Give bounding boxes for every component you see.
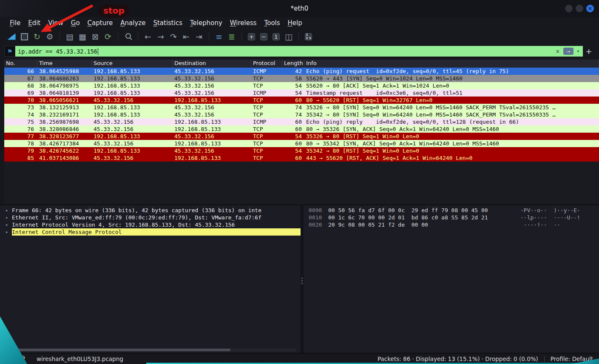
packet-row[interactable]: 8541.03714308645.33.32.156192.168.85.133… [4, 154, 599, 162]
cell-dst: 192.168.85.133 [173, 118, 251, 125]
filter-text: ip.addr == 45.33.32.156 [18, 48, 97, 55]
close-file-icon[interactable]: ⊠ [89, 31, 102, 42]
column-header-no[interactable]: No. [4, 60, 37, 68]
go-back-icon[interactable]: ← [142, 31, 154, 42]
hex-row[interactable]: 001000 1c 6c 70 00 00 2d 01 bd 86 c0 a8 … [304, 214, 599, 221]
packet-row[interactable]: 7038.06505662145.33.32.156192.168.85.133… [4, 97, 599, 104]
close-button[interactable]: × [586, 5, 594, 12]
menu-go[interactable]: Go [67, 18, 84, 28]
resize-columns-icon[interactable]: ◫ [282, 31, 295, 42]
zoom-in-icon[interactable]: + [248, 33, 255, 40]
open-file-icon[interactable]: ▤ [63, 31, 76, 42]
cell-time: 38.426745622 [37, 147, 92, 154]
menu-analyze[interactable]: Analyze [116, 18, 149, 28]
cell-time: 38.064686263 [37, 75, 92, 82]
menu-telephony[interactable]: Telephony [186, 18, 226, 28]
maximize-button[interactable] [576, 5, 583, 12]
menubar: FileEditViewGoCaptureAnalyzeStatisticsTe… [0, 17, 599, 29]
bookmark-icon: ⚑ [7, 48, 13, 55]
expand-arrow-icon[interactable]: ▸ [6, 207, 12, 214]
profile-label[interactable]: Profile: Default [551, 355, 593, 362]
menu-wireless[interactable]: Wireless [226, 18, 261, 28]
go-first-icon[interactable]: ⇤ [180, 31, 193, 42]
packet-row[interactable]: 7538.25698769845.33.32.156192.168.85.133… [4, 118, 599, 125]
cell-proto: TCP [251, 125, 282, 133]
zoom-out-icon[interactable]: − [260, 33, 267, 40]
detail-line[interactable]: ▸Internet Control Message Protocol [0, 228, 301, 236]
expert-info-icon[interactable] [8, 356, 13, 361]
expand-arrow-icon[interactable]: ▸ [6, 228, 12, 236]
detail-text: Ethernet II, Src: VMware_ed:ff:79 (00:0c… [12, 214, 301, 221]
cell-len: 74 [282, 104, 304, 111]
cell-no: 67 [4, 75, 37, 82]
packet-row[interactable]: 6838.064798975192.168.85.13345.33.32.156… [4, 82, 599, 89]
detail-line[interactable]: ▸Frame 66: 42 bytes on wire (336 bits), … [0, 207, 301, 214]
reload-file-icon[interactable]: ⟳ [102, 31, 114, 42]
pane-splitter[interactable] [301, 205, 304, 353]
packet-row[interactable]: 6638.064525988192.168.85.13345.33.32.156… [4, 68, 599, 75]
menu-help[interactable]: Help [284, 18, 306, 28]
columns-123-icon[interactable]: 1 2 3 [305, 33, 312, 40]
detail-line[interactable]: ▸Ethernet II, Src: VMware_ed:ff:79 (00:0… [0, 214, 301, 221]
menu-statistics[interactable]: Statistics [149, 18, 186, 28]
packet-row[interactable]: 7338.132125913192.168.85.13345.33.32.156… [4, 104, 599, 111]
colorize-icon[interactable]: ≣ [225, 31, 238, 42]
detail-line[interactable]: ▸Internet Protocol Version 4, Src: 192.1… [0, 221, 301, 228]
cell-len: 60 [282, 140, 304, 147]
packet-row[interactable]: 7938.426745622192.168.85.13345.33.32.156… [4, 147, 599, 154]
cell-info: 35326 → 80 [RST] Seq=1 Win=0 Len=0 [304, 133, 599, 140]
filter-apply-button[interactable]: → [563, 48, 573, 55]
column-header-time[interactable]: Time [37, 60, 92, 68]
expand-arrow-icon[interactable]: ▸ [6, 214, 12, 221]
packet-row[interactable]: 7638.32808684645.33.32.156192.168.85.133… [4, 125, 599, 133]
go-last-icon[interactable]: ⇥ [193, 31, 205, 42]
column-header-info[interactable]: Info [304, 60, 599, 68]
capture-comment-icon[interactable] [19, 355, 26, 362]
find-packet-icon[interactable] [122, 31, 134, 42]
save-file-icon[interactable]: ▦ [76, 31, 89, 42]
stop-capture-icon[interactable] [18, 31, 31, 42]
column-header-protocol[interactable]: Protocol [251, 60, 282, 68]
cell-src: 192.168.85.133 [92, 68, 173, 75]
packet-row[interactable]: 6938.064818139192.168.85.13345.33.32.156… [4, 89, 599, 97]
menu-file[interactable]: File [6, 18, 24, 28]
filter-clear-icon[interactable]: × [556, 48, 559, 55]
menu-edit[interactable]: Edit [24, 18, 44, 28]
cell-info: Echo (ping) reply id=0xf2de, seq=0/0, tt… [304, 118, 599, 125]
start-capture-icon[interactable] [5, 31, 18, 42]
cell-src: 45.33.32.156 [92, 118, 173, 125]
titlebar[interactable]: *eth0 × [0, 0, 599, 17]
column-header-source[interactable]: Source [92, 60, 173, 68]
hex-row[interactable]: 000000 50 56 fa d7 6f 00 0c 29 ed ff 79 … [304, 207, 599, 214]
statusbar-right: Packets: 86 · Displayed: 13 (15.1%) · Dr… [378, 355, 593, 362]
cell-proto: TCP [251, 82, 282, 89]
hex-row[interactable]: 002020 9c 08 00 05 21 f2 de 00 00 ····!·… [304, 221, 599, 228]
capture-options-icon[interactable]: ⚙ [43, 31, 56, 42]
packet-row[interactable]: 6738.064686263192.168.85.13345.33.32.156… [4, 75, 599, 82]
cell-len: 60 [282, 125, 304, 133]
cell-proto: ICMP [251, 89, 282, 97]
filter-bookmark-button[interactable]: ⚑ [4, 46, 15, 57]
menu-tools[interactable]: Tools [261, 18, 284, 28]
go-to-packet-icon[interactable]: ↷ [167, 31, 180, 42]
display-filter-input[interactable]: ip.addr == 45.33.32.156 × → ▾ [15, 46, 583, 57]
filter-dropdown-icon[interactable]: ▾ [576, 48, 579, 54]
menu-capture[interactable]: Capture [84, 18, 117, 28]
scrollbar-thumb[interactable] [7, 349, 230, 351]
minimize-button[interactable] [565, 5, 573, 12]
hex-offset: 0010 [309, 214, 328, 221]
menu-view[interactable]: View [44, 18, 67, 28]
cell-dst: 45.33.32.156 [173, 89, 251, 97]
column-header-length[interactable]: Length [282, 60, 304, 68]
packet-row[interactable]: 7738.328123677192.168.85.13345.33.32.156… [4, 133, 599, 140]
auto-scroll-icon[interactable]: ≡ [213, 31, 225, 42]
details-horizontal-scrollbar[interactable] [6, 348, 296, 352]
go-forward-icon[interactable]: → [154, 31, 167, 42]
packet-row[interactable]: 7838.42671738445.33.32.156192.168.85.133… [4, 140, 599, 147]
restart-capture-icon[interactable]: ↻ [31, 31, 43, 42]
zoom-100-icon[interactable]: 1 [273, 33, 280, 40]
expand-arrow-icon[interactable]: ▸ [6, 221, 12, 228]
filter-add-button[interactable]: + [583, 47, 595, 56]
column-header-destination[interactable]: Destination [173, 60, 251, 68]
packet-row[interactable]: 7438.232169171192.168.85.13345.33.32.156… [4, 111, 599, 118]
